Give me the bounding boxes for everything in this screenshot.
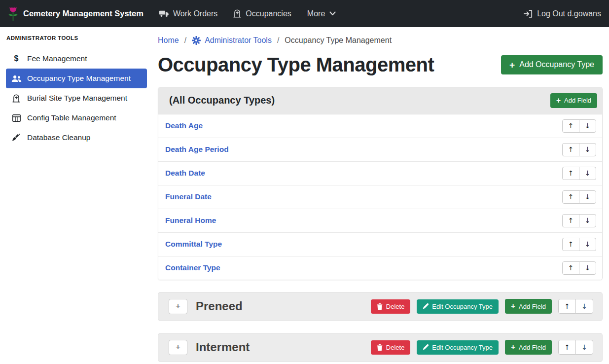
move-down-button[interactable]: ↓ (579, 214, 596, 227)
chevron-down-icon (329, 11, 336, 16)
expand-button[interactable]: + (169, 340, 187, 355)
panel-actions: Delete Edit Occupancy Type + Add Field ↑ (371, 299, 593, 314)
add-occupancy-type-button[interactable]: + Add Occupancy Type (501, 55, 603, 74)
edit-occupancy-type-button[interactable]: Edit Occupancy Type (417, 299, 499, 314)
delete-label: Delete (386, 344, 405, 351)
arrow-up-icon: ↑ (568, 264, 574, 272)
field-link[interactable]: Death Age (165, 121, 203, 130)
move-up-button[interactable]: ↑ (558, 299, 576, 314)
reorder-controls: ↑ ↓ (562, 190, 596, 204)
app-brand[interactable]: Cemetery Management System (8, 6, 143, 21)
expand-button[interactable]: + (169, 299, 187, 314)
arrow-up-icon: ↑ (568, 122, 574, 130)
sidebar-item-burial-site-type-management[interactable]: Burial Site Type Management (6, 88, 147, 108)
reorder-controls: ↑ ↓ (562, 238, 596, 251)
move-up-button[interactable]: ↑ (562, 190, 579, 204)
pencil-icon (423, 303, 429, 309)
arrow-down-icon: ↓ (585, 122, 591, 130)
arrow-up-icon: ↑ (564, 343, 570, 351)
nav-item-work-orders[interactable]: Work Orders (159, 9, 217, 18)
sidebar-item-fee-management[interactable]: $ Fee Management (6, 49, 147, 69)
delete-button[interactable]: Delete (371, 299, 411, 314)
move-down-button[interactable]: ↓ (575, 340, 593, 355)
move-down-button[interactable]: ↓ (579, 261, 596, 275)
users-icon (10, 75, 23, 82)
move-up-button[interactable]: ↑ (562, 261, 579, 275)
move-up-button[interactable]: ↑ (562, 238, 579, 251)
app-title: Cemetery Management System (23, 9, 143, 18)
move-down-button[interactable]: ↓ (579, 190, 596, 204)
delete-label: Delete (386, 303, 405, 310)
move-down-button[interactable]: ↓ (579, 238, 596, 251)
move-down-button[interactable]: ↓ (579, 119, 596, 133)
plus-icon: + (511, 343, 515, 351)
logout-label: Log Out d.gowans (537, 9, 601, 18)
add-field-label: Add Field (564, 97, 591, 104)
arrow-up-icon: ↑ (564, 302, 570, 310)
breadcrumb-home[interactable]: Home (158, 36, 179, 45)
arrow-down-icon: ↓ (585, 240, 591, 248)
nav-item-more[interactable]: More (307, 9, 336, 18)
add-field-button[interactable]: + Add Field (505, 299, 552, 314)
arrow-up-icon: ↑ (568, 146, 574, 153)
reorder-controls: ↑ ↓ (562, 261, 596, 275)
sidebar-item-label: Database Cleanup (27, 133, 90, 142)
field-row: Container Type ↑ ↓ (158, 256, 602, 280)
card-header: (All Occupancy Types) + Add Field (158, 87, 602, 114)
sidebar-item-occupancy-type-management[interactable]: Occupancy Type Management (6, 69, 147, 88)
arrow-down-icon: ↓ (585, 217, 591, 224)
sidebar-heading: Administrator Tools (6, 35, 147, 41)
trash-icon (377, 344, 383, 351)
all-occupancy-types-card: (All Occupancy Types) + Add Field Death … (158, 87, 603, 280)
trash-icon (377, 303, 383, 310)
arrow-up-icon: ↑ (568, 193, 574, 201)
add-field-label: Add Field (519, 303, 546, 310)
field-link[interactable]: Funeral Home (165, 216, 216, 225)
arrow-down-icon: ↓ (585, 193, 591, 201)
reorder-controls: ↑ ↓ (562, 143, 596, 156)
field-link[interactable]: Committal Type (165, 240, 222, 249)
add-field-label: Add Field (519, 344, 546, 351)
field-link[interactable]: Container Type (165, 263, 220, 272)
move-up-button[interactable]: ↑ (558, 340, 576, 355)
logout-button[interactable]: Log Out d.gowans (524, 9, 601, 18)
edit-occupancy-type-button[interactable]: Edit Occupancy Type (417, 340, 499, 355)
reorder-controls: ↑ ↓ (558, 299, 593, 314)
breadcrumb-admin-tools[interactable]: Administrator Tools (192, 36, 272, 45)
field-link[interactable]: Death Age Period (165, 145, 229, 154)
sidebar-item-database-cleanup[interactable]: Database Cleanup (6, 128, 147, 147)
add-field-button[interactable]: + Add Field (550, 93, 597, 108)
nav-item-occupancies[interactable]: Occupancies (233, 9, 291, 18)
move-up-button[interactable]: ↑ (562, 119, 579, 133)
arrow-down-icon: ↓ (585, 264, 591, 272)
field-row: Death Date ↑ ↓ (158, 161, 602, 185)
move-down-button[interactable]: ↓ (579, 167, 596, 180)
occupancy-type-title: Preneed (196, 299, 371, 313)
broom-icon (10, 134, 23, 142)
sidebar-item-label: Fee Management (27, 54, 87, 63)
move-down-button[interactable]: ↓ (579, 143, 596, 156)
headstone-icon (10, 94, 23, 103)
field-link[interactable]: Death Date (165, 169, 205, 178)
move-up-button[interactable]: ↑ (562, 143, 579, 156)
add-field-button[interactable]: + Add Field (505, 340, 552, 355)
reorder-controls: ↑ ↓ (558, 340, 593, 355)
arrow-down-icon: ↓ (585, 146, 591, 153)
reorder-controls: ↑ ↓ (562, 167, 596, 180)
edit-occupancy-type-label: Edit Occupancy Type (432, 344, 493, 351)
tulip-logo-icon (8, 6, 18, 21)
move-down-button[interactable]: ↓ (575, 299, 593, 314)
pencil-icon (423, 344, 429, 350)
move-up-button[interactable]: ↑ (562, 167, 579, 180)
plus-icon: + (556, 97, 561, 105)
arrow-down-icon: ↓ (585, 169, 591, 177)
panel-actions: Delete Edit Occupancy Type + Add Field ↑ (371, 340, 593, 355)
gear-icon (192, 36, 201, 45)
field-row: Death Age ↑ ↓ (158, 114, 602, 138)
move-up-button[interactable]: ↑ (562, 214, 579, 227)
sidebar-item-label: Config Table Management (27, 113, 116, 122)
plus-icon: + (509, 60, 515, 70)
delete-button[interactable]: Delete (371, 340, 411, 355)
sidebar-item-config-table-management[interactable]: Config Table Management (6, 108, 147, 128)
field-link[interactable]: Funeral Date (165, 192, 212, 201)
